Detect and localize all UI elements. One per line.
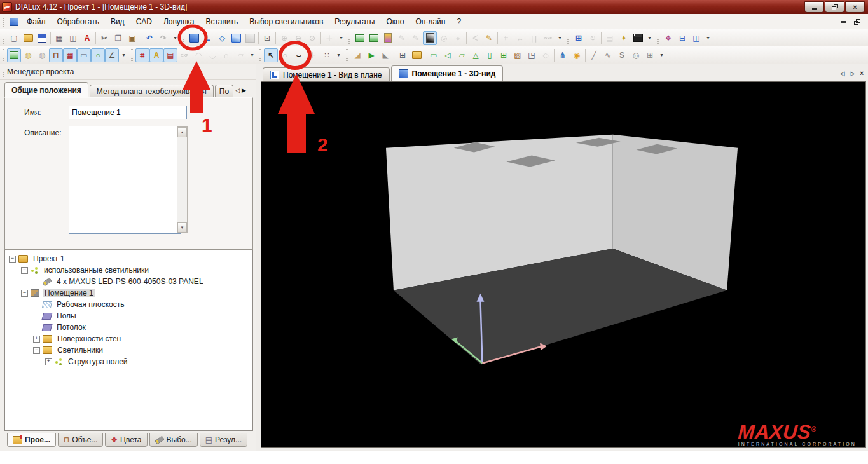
output-overview-icon[interactable]: ❖ bbox=[661, 31, 675, 45]
menu-item-6[interactable]: Вставить bbox=[200, 15, 244, 28]
render-sphere-icon[interactable]: ● bbox=[451, 31, 465, 45]
room-description-textarea[interactable] bbox=[69, 126, 181, 234]
extrusion-volume-icon[interactable]: ◢ bbox=[350, 48, 364, 62]
select-object-icon[interactable]: ◍ bbox=[35, 48, 49, 62]
close-button[interactable]: × bbox=[845, 1, 865, 13]
scroll-down-icon[interactable]: ▼ bbox=[177, 222, 187, 233]
restore-button[interactable] bbox=[825, 1, 844, 13]
tree-item-label[interactable]: Помещение 1 bbox=[43, 289, 95, 297]
select-room-element-icon[interactable]: ▦ bbox=[63, 48, 77, 62]
menu-item-1[interactable]: Файл bbox=[21, 15, 52, 28]
tree-item-8[interactable]: +Поверхности стен bbox=[5, 333, 252, 345]
tree-item-label[interactable]: Структура полей bbox=[66, 357, 130, 366]
luminaire-toolbar-dropdown[interactable]: ▾ bbox=[555, 31, 565, 45]
split-horizontal-icon[interactable]: ⊟ bbox=[675, 31, 689, 45]
expand-icon[interactable]: + bbox=[45, 358, 52, 365]
dark-render-view-icon[interactable] bbox=[423, 31, 437, 45]
tree-item-7[interactable]: Потолок bbox=[5, 322, 252, 333]
draw-toolbar-dropdown[interactable]: ▾ bbox=[657, 48, 666, 62]
collapse-icon[interactable]: − bbox=[33, 347, 40, 354]
luminaire-pick-icon[interactable] bbox=[367, 31, 381, 45]
dimension-grid-icon[interactable]: ⌗ bbox=[499, 31, 513, 45]
dxf-grid-icon[interactable]: ⌗ bbox=[135, 48, 149, 62]
report-icon[interactable]: ▤ bbox=[603, 31, 617, 45]
pdf-export-icon[interactable]: A bbox=[80, 31, 94, 45]
panel-tab-3[interactable]: ❖Цвета bbox=[105, 433, 147, 447]
menu-item-3[interactable]: Вид bbox=[105, 15, 130, 28]
tree-item-label[interactable]: Рабочая плоскость bbox=[55, 300, 126, 309]
paste-icon[interactable]: ▣ bbox=[125, 31, 139, 45]
view-3d-icon[interactable] bbox=[187, 31, 201, 45]
scroll-up-icon[interactable]: ▲ bbox=[177, 127, 187, 137]
pan-icon[interactable]: ✛ bbox=[306, 48, 320, 62]
plan-view-icon[interactable]: L bbox=[201, 31, 215, 45]
split-vertical-icon[interactable]: ◫ bbox=[689, 31, 703, 45]
tree-item-label[interactable]: Поверхности стен bbox=[55, 334, 123, 343]
select-lamp-icon[interactable]: ◍ bbox=[21, 48, 35, 62]
pointer-icon[interactable]: ↖ bbox=[264, 48, 278, 62]
open-project-icon[interactable] bbox=[21, 31, 35, 45]
wireframe-view-icon[interactable]: ◇ bbox=[215, 31, 229, 45]
dxf-texture-icon[interactable]: ▤ bbox=[163, 48, 177, 62]
tree-item-label[interactable]: использованные светильники bbox=[42, 266, 151, 275]
dxf-visibility-icon[interactable]: DXF bbox=[177, 48, 191, 62]
tab-scroll-left-icon[interactable]: ◁ bbox=[235, 87, 240, 93]
draw-line-icon[interactable]: ╱ bbox=[587, 48, 601, 62]
selection-toolbar-dropdown[interactable]: ▾ bbox=[119, 48, 128, 62]
animation-icon[interactable] bbox=[631, 31, 645, 45]
menu-item-11[interactable]: ? bbox=[451, 15, 467, 28]
navigation-toolbar-dropdown[interactable]: ▾ bbox=[334, 48, 343, 62]
tree-item-6[interactable]: Полы bbox=[5, 310, 252, 322]
zoom-region-icon[interactable]: ⊡ bbox=[260, 31, 274, 45]
window-toolbar-dropdown[interactable]: ▾ bbox=[703, 31, 713, 45]
tree-item-label[interactable]: Проект 1 bbox=[31, 254, 67, 263]
update-icon[interactable]: ↻ bbox=[586, 31, 600, 45]
dimension-line-icon[interactable]: ↔ bbox=[513, 31, 527, 45]
tree-item-5[interactable]: Рабочая плоскость bbox=[5, 299, 252, 310]
dxf-arc-icon[interactable]: ◠ bbox=[191, 48, 205, 62]
zoom-cancel-icon[interactable]: ⊘ bbox=[305, 31, 319, 45]
panel-tab-2[interactable]: ⊓Объе... bbox=[58, 433, 103, 447]
tree-item-2[interactable]: −использованные светильники bbox=[5, 264, 252, 276]
select-circle-icon[interactable]: ○ bbox=[91, 48, 105, 62]
toolbar-grip[interactable] bbox=[183, 32, 184, 44]
tab-scroll-right-icon[interactable]: ▶ bbox=[242, 87, 246, 93]
tree-item-1[interactable]: −Проект 1 bbox=[5, 253, 252, 264]
draw-curve-icon[interactable]: S bbox=[615, 48, 629, 62]
calc-toolbar-dropdown[interactable]: ▾ bbox=[645, 31, 654, 45]
collapse-icon[interactable]: − bbox=[21, 267, 28, 274]
file-toolbar-dropdown[interactable]: ▾ bbox=[170, 31, 180, 45]
tree-item-3[interactable]: 4 x MAXUS LED-PS-600-4050S-03 PANEL bbox=[5, 276, 252, 287]
toolbar-grip[interactable] bbox=[3, 32, 4, 44]
luminaire-box-icon[interactable] bbox=[353, 31, 367, 45]
doc-close-icon[interactable]: × bbox=[860, 70, 864, 77]
print-icon[interactable]: ▦ bbox=[52, 31, 66, 45]
tree-item-label[interactable]: Полы bbox=[55, 311, 78, 320]
window-element-icon[interactable]: ▨ bbox=[511, 48, 525, 62]
tab-plan-view[interactable]: Помещение 1 - Вид в плане bbox=[263, 67, 390, 81]
walkthrough-icon[interactable]: ∷ bbox=[320, 48, 334, 62]
dimension-dxf-icon[interactable]: DXF bbox=[541, 31, 555, 45]
description-scrollbar[interactable]: ▲ ▼ bbox=[177, 126, 188, 233]
calculation-icon[interactable]: ⊞ bbox=[572, 31, 586, 45]
insert-extruded-room-icon[interactable]: ▱ bbox=[455, 48, 469, 62]
isolines-icon[interactable]: ◎ bbox=[437, 31, 451, 45]
toolbar-grip[interactable] bbox=[567, 32, 569, 44]
toolbar-grip[interactable] bbox=[3, 49, 4, 62]
dxf-rotate-icon[interactable]: ∩ bbox=[219, 48, 233, 62]
tree-item-10[interactable]: +Структура полей bbox=[5, 356, 252, 367]
child-window-icon[interactable] bbox=[10, 18, 18, 26]
emergency-light-icon[interactable]: ◉ bbox=[570, 48, 584, 62]
copy-icon[interactable]: ❐ bbox=[111, 31, 125, 45]
menu-item-10[interactable]: Он-лайн bbox=[410, 15, 451, 28]
child-minimize-icon[interactable] bbox=[841, 21, 846, 23]
menu-item-2[interactable]: Обработать bbox=[52, 15, 105, 28]
toolbar-grip[interactable] bbox=[259, 49, 261, 62]
tree-item-label[interactable]: Светильники bbox=[55, 346, 105, 355]
dimension-width-icon[interactable]: ∏ bbox=[527, 31, 541, 45]
select-touch-icon[interactable]: ○ bbox=[278, 48, 292, 62]
toolbar-grip[interactable] bbox=[657, 32, 659, 44]
texture-catalog-icon[interactable] bbox=[410, 48, 424, 62]
insert-object-icon[interactable]: ▶ bbox=[364, 48, 378, 62]
tab-3d-view[interactable]: Помещение 1 - 3D-вид bbox=[391, 65, 504, 81]
